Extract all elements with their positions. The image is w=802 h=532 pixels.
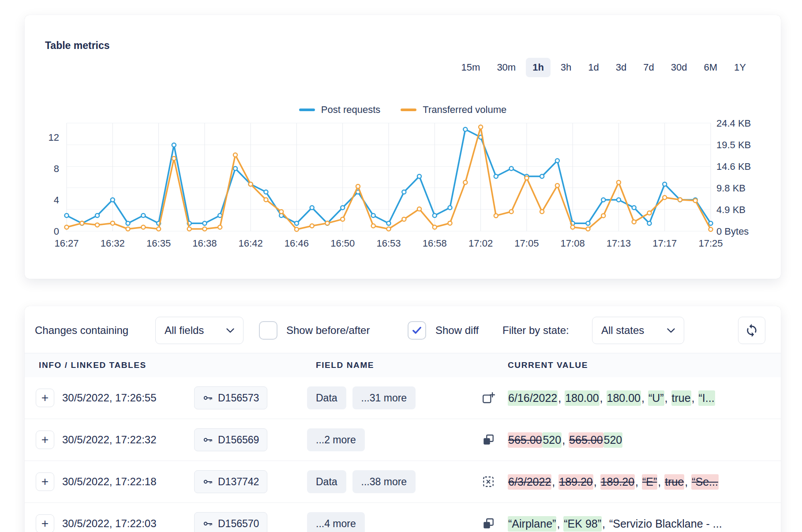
metrics-chart: 16:2716:3216:3516:3816:4216:4616:5016:53… (25, 116, 781, 253)
duplicate-row-icon (482, 433, 495, 446)
field-name-tags: ...2 more (307, 428, 365, 451)
row-key-chip[interactable]: D137742 (194, 470, 267, 493)
svg-text:16:58: 16:58 (423, 238, 447, 249)
column-header-current-value: CURRENT VALUE (508, 360, 588, 370)
fields-dropdown-value: All fields (165, 324, 204, 337)
field-tag: Data (307, 470, 346, 493)
row-key-chip[interactable]: D156570 (194, 512, 267, 532)
show-before-after-checkbox[interactable] (259, 321, 277, 340)
expand-row-button[interactable]: + (36, 389, 54, 407)
legend-swatch-post-requests (299, 109, 315, 111)
duplicate-row-icon (482, 517, 495, 530)
time-range-30d[interactable]: 30d (664, 58, 694, 77)
chart-legend: Post requests Transferred volume (25, 103, 781, 116)
svg-text:24.4 KB: 24.4 KB (716, 118, 751, 129)
time-range-30m[interactable]: 30m (490, 58, 522, 77)
column-header-field-name: FIELD NAME (316, 360, 374, 370)
row-key-chip[interactable]: D156573 (194, 386, 267, 409)
table-row: + 30/5/2022, 17:22:18 D137742 Data...38 … (25, 461, 781, 503)
current-value: “Airplane”, “EK 98”, “Servizio Blacklane… (508, 503, 758, 532)
field-name-tags: Data...38 more (307, 470, 416, 493)
time-range-15m[interactable]: 15m (455, 58, 487, 77)
table-row: + 30/5/2022, 17:22:32 D156569 ...2 more … (25, 419, 781, 461)
row-key-chip[interactable]: D156569 (194, 428, 267, 451)
field-tag[interactable]: ...2 more (307, 428, 365, 451)
key-icon (202, 435, 213, 445)
svg-text:0 Bytes: 0 Bytes (716, 226, 749, 237)
table-row: + 30/5/2022, 17:26:55 D156573 Data...31 … (25, 377, 781, 419)
legend-item-post-requests[interactable]: Post requests (299, 104, 381, 116)
svg-text:16:50: 16:50 (330, 238, 355, 249)
time-range-1Y[interactable]: 1Y (727, 58, 753, 77)
states-dropdown[interactable]: All states (592, 317, 684, 344)
chevron-down-icon (667, 328, 675, 333)
svg-text:16:42: 16:42 (239, 238, 263, 249)
svg-text:16:27: 16:27 (54, 238, 79, 249)
svg-text:16:46: 16:46 (285, 238, 309, 249)
legend-label: Transferred volume (423, 104, 506, 116)
current-value: 6/16/2022, 180.00, 180.00, “U”, true, “I… (508, 377, 758, 419)
show-diff-checkbox[interactable] (408, 321, 426, 340)
svg-text:17:17: 17:17 (652, 238, 677, 249)
svg-text:19.5 KB: 19.5 KB (716, 139, 751, 150)
changes-containing-label: Changes containing (35, 324, 128, 337)
svg-text:0: 0 (54, 226, 59, 237)
field-tag[interactable]: ...38 more (352, 470, 416, 493)
add-row-icon (482, 391, 495, 405)
table-row: + 30/5/2022, 17:22:03 D156570 ...4 more … (25, 503, 781, 532)
svg-text:16:53: 16:53 (376, 238, 401, 249)
row-timestamp: 30/5/2022, 17:26:55 (62, 377, 157, 419)
key-icon (202, 476, 213, 487)
time-range-7d[interactable]: 7d (637, 58, 660, 77)
refresh-button[interactable] (738, 317, 765, 344)
current-value: 6/3/2022, 189.20, 189.20, “E”, true, “Se… (508, 461, 758, 502)
fields-dropdown[interactable]: All fields (155, 317, 244, 344)
expand-row-button[interactable]: + (36, 431, 54, 449)
legend-swatch-transferred-volume (401, 109, 416, 111)
table-header: INFO / LINKED TABLES FIELD NAME CURRENT … (25, 353, 781, 378)
states-dropdown-value: All states (601, 324, 644, 337)
expand-row-button[interactable]: + (36, 472, 54, 491)
row-key-label: D156573 (218, 392, 259, 404)
time-range-6M[interactable]: 6M (697, 58, 724, 77)
svg-text:4: 4 (54, 195, 59, 206)
row-key-label: D137742 (218, 476, 259, 488)
legend-item-transferred-volume[interactable]: Transferred volume (401, 104, 506, 116)
metrics-card-title: Table metrics (45, 40, 110, 52)
svg-text:16:35: 16:35 (146, 238, 171, 249)
svg-text:16:38: 16:38 (192, 238, 217, 249)
time-range-1d[interactable]: 1d (581, 58, 605, 77)
svg-text:17:08: 17:08 (561, 238, 585, 249)
field-name-tags: ...4 more (307, 512, 365, 532)
show-before-after-label: Show before/after (286, 324, 370, 337)
chevron-down-icon (226, 328, 234, 333)
key-icon (202, 518, 213, 529)
delete-row-icon (482, 475, 495, 488)
field-tag[interactable]: ...4 more (307, 512, 365, 532)
row-timestamp: 30/5/2022, 17:22:32 (62, 419, 157, 461)
row-key-label: D156569 (218, 434, 259, 446)
filter-bar: Changes containing All fields Show befor… (25, 306, 781, 353)
svg-text:17:25: 17:25 (698, 238, 723, 249)
time-range-3h[interactable]: 3h (554, 58, 578, 77)
field-tag[interactable]: ...31 more (352, 386, 416, 409)
time-range-selector: 15m30m1h3h1d3d7d30d6M1Y (455, 58, 753, 77)
field-name-tags: Data...31 more (307, 386, 416, 409)
time-range-1h[interactable]: 1h (526, 58, 551, 77)
svg-text:17:13: 17:13 (607, 238, 631, 249)
legend-label: Post requests (321, 104, 381, 116)
svg-text:17:02: 17:02 (468, 238, 493, 249)
row-timestamp: 30/5/2022, 17:22:18 (62, 461, 157, 502)
svg-text:12: 12 (49, 132, 59, 143)
changes-table-card: Changes containing All fields Show befor… (25, 306, 781, 532)
changes-table-body: + 30/5/2022, 17:26:55 D156573 Data...31 … (25, 377, 781, 532)
time-range-3d[interactable]: 3d (609, 58, 633, 77)
table-metrics-card: Table metrics 15m30m1h3h1d3d7d30d6M1Y 16… (25, 15, 781, 279)
check-icon (411, 324, 423, 337)
filter-by-state-label: Filter by state: (502, 324, 569, 337)
expand-row-button[interactable]: + (36, 514, 54, 532)
current-value: 565.00520, 565.00520 (508, 419, 758, 461)
svg-text:9.8 KB: 9.8 KB (716, 183, 746, 194)
refresh-icon (745, 323, 759, 337)
show-diff-label: Show diff (435, 324, 479, 337)
